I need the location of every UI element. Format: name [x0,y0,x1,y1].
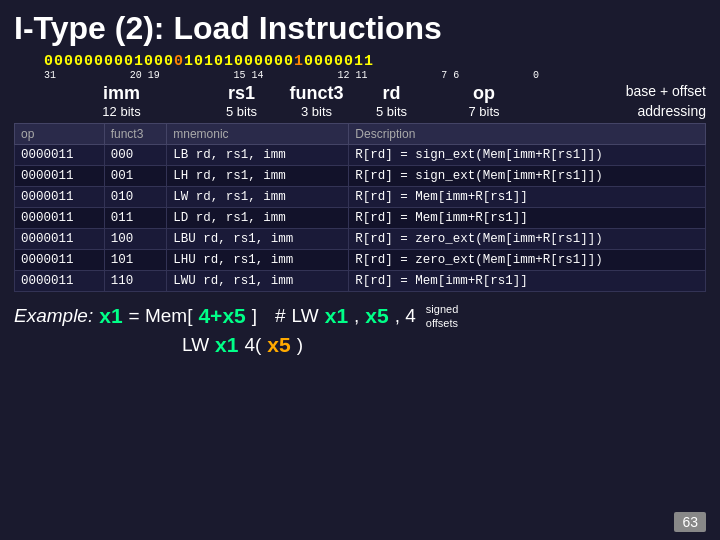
cell-mnemonic: LD rd, rs1, imm [167,208,349,229]
example-comma-x5: , [354,305,359,327]
cell-funct3: 101 [104,250,167,271]
base-offset-label: base + offsetaddressing [626,82,706,121]
cell-op: 0000011 [15,250,105,271]
table-row: 0000011 001 LH rd, rs1, imm R[rd] = sign… [15,166,706,187]
bit-positions-row: 31 20 19 15 14 12 11 7 6 0 [44,70,539,81]
table-row: 0000011 010 LW rd, rs1, imm R[rd] = Mem[… [15,187,706,208]
lw-x1: x1 [215,333,238,357]
example-comma-4: , 4 [395,305,416,327]
example-bracket-close: ] [252,305,257,327]
op-field: op 7 bits [434,83,534,119]
cell-mnemonic: LHU rd, rs1, imm [167,250,349,271]
lw-paren-close: ) [297,334,303,356]
rs1-field: rs1 5 bits [199,83,284,119]
page-number: 63 [674,512,706,532]
instruction-table: op funct3 mnemonic Description 0000011 0… [14,123,706,292]
example-x1: x1 [99,304,122,328]
col-header-description: Description [349,124,706,145]
bit-1514: 15 14 [234,70,264,81]
cell-funct3: 001 [104,166,167,187]
cell-funct3: 000 [104,145,167,166]
field-labels-row: imm 12 bits rs1 5 bits funct3 3 bits rd … [44,83,706,119]
cell-op: 0000011 [15,187,105,208]
cell-op: 0000011 [15,208,105,229]
cell-mnemonic: LWU rd, rs1, imm [167,271,349,292]
signed-offsets-label: signedoffsets [426,302,458,331]
bit-1211: 12 11 [337,70,367,81]
bit-2019: 20 19 [130,70,160,81]
cell-funct3: 011 [104,208,167,229]
cell-funct3: 010 [104,187,167,208]
cell-funct3: 110 [104,271,167,292]
col-header-funct3: funct3 [104,124,167,145]
cell-mnemonic: LBU rd, rs1, imm [167,229,349,250]
example-x5-comment: x5 [365,304,388,328]
rd-field: rd 5 bits [349,83,434,119]
bit-76: 7 6 [441,70,459,81]
cell-desc: R[rd] = zero_ext(Mem[imm+R[rs1]]) [349,229,706,250]
cell-op: 0000011 [15,271,105,292]
example-mem-val: 4+x5 [198,304,245,328]
cell-mnemonic: LW rd, rs1, imm [167,187,349,208]
cell-funct3: 100 [104,229,167,250]
col-header-op: op [15,124,105,145]
page: I-Type (2): Load Instructions 0000000001… [0,0,720,540]
cell-mnemonic: LB rd, rs1, imm [167,145,349,166]
cell-desc: R[rd] = sign_ext(Mem[imm+R[rs1]]) [349,145,706,166]
col-header-mnemonic: mnemonic [167,124,349,145]
table-row: 0000011 110 LWU rd, rs1, imm R[rd] = Mem… [15,271,706,292]
bit-0: 0 [533,70,539,81]
cell-desc: R[rd] = sign_ext(Mem[imm+R[rs1]]) [349,166,706,187]
example-hash: # [275,305,286,327]
cell-op: 0000011 [15,166,105,187]
lw-keyword: LW [182,334,209,356]
example-section: Example: x1 = Mem[ 4+x5 ] # LW x1 , x5 ,… [14,302,706,357]
cell-desc: R[rd] = Mem[imm+R[rs1]] [349,208,706,229]
example-equals: = Mem[ [129,305,193,327]
example-x1-comment: x1 [325,304,348,328]
table-row: 0000011 000 LB rd, rs1, imm R[rd] = sign… [15,145,706,166]
table-row: 0000011 101 LHU rd, rs1, imm R[rd] = zer… [15,250,706,271]
page-title: I-Type (2): Load Instructions [14,10,706,47]
table-row: 0000011 011 LD rd, rs1, imm R[rd] = Mem[… [15,208,706,229]
lw-x5: x5 [267,333,290,357]
binary-display: 000000000100001010100000010000011 [44,53,374,70]
cell-desc: R[rd] = Mem[imm+R[rs1]] [349,187,706,208]
cell-op: 0000011 [15,229,105,250]
imm-field: imm 12 bits [44,83,199,119]
example-label: Example: [14,305,93,327]
cell-op: 0000011 [15,145,105,166]
bit-31: 31 [44,70,56,81]
cell-desc: R[rd] = zero_ext(Mem[imm+R[rs1]]) [349,250,706,271]
funct3-field: funct3 3 bits [284,83,349,119]
cell-desc: R[rd] = Mem[imm+R[rs1]] [349,271,706,292]
cell-mnemonic: LH rd, rs1, imm [167,166,349,187]
example-lw-comment: LW [292,305,319,327]
table-row: 0000011 100 LBU rd, rs1, imm R[rd] = zer… [15,229,706,250]
lw-4: 4( [244,334,261,356]
